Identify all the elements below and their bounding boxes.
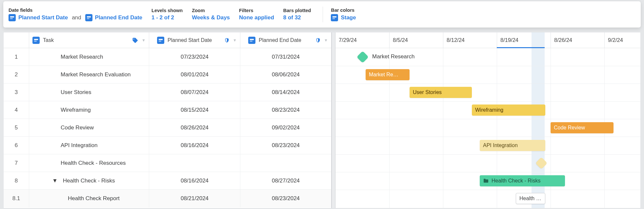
pane-splitter[interactable] (332, 32, 335, 208)
start-date[interactable]: 08/16/2024 (149, 137, 240, 154)
gantt-panel: Task ▼ Planned Start Date ▼ (3, 32, 641, 208)
table-row[interactable]: 6 API Integration 08/16/2024 08/23/2024 (4, 137, 331, 154)
table-row[interactable]: 8.1 Health Check Report 08/21/2024 08/23… (4, 190, 331, 207)
gantt-bar-label: Market Research (372, 53, 414, 60)
toolbar-bars-plotted[interactable]: Bars plotted 8 of 32 (283, 5, 320, 24)
end-date[interactable]: 08/14/2024 (240, 84, 331, 101)
gantt-timeline: 7/29/24 8/5/24 8/12/24 8/19/24 8/26/24 9… (335, 32, 640, 208)
toolbar-bar-colors[interactable]: Bar colors Stage (331, 5, 365, 24)
toolbar-zoom[interactable]: Zoom Weeks & Days (192, 5, 239, 24)
task-name[interactable]: User Stories (32, 89, 91, 96)
toolbar-label: Zoom (192, 8, 230, 13)
chevron-down-icon[interactable]: ▼ (233, 38, 237, 43)
toolbar-label: Filters (239, 8, 274, 13)
svg-rect-11 (250, 40, 252, 42)
timeline-body[interactable]: Market Research Market Re… User Stories … (335, 48, 640, 208)
task-column-header[interactable]: Task ▼ (29, 32, 149, 48)
toolbar-label: Levels shown (151, 8, 183, 13)
row-number: 4 (4, 101, 29, 119)
timeline-header: 7/29/24 8/5/24 8/12/24 8/19/24 8/26/24 9… (335, 32, 640, 48)
gantt-bar[interactable]: Wireframing (472, 104, 545, 116)
gantt-bar-label: Health … (519, 196, 541, 201)
timeline-tick[interactable]: 9/2/24 (604, 32, 640, 48)
table-row[interactable]: 3 User Stories 08/07/2024 08/14/2024 (4, 84, 331, 101)
end-date[interactable]: 08/23/2024 (240, 101, 331, 119)
gantt-bar-label: Market Re… (369, 72, 398, 78)
date-field-icon (9, 14, 16, 21)
date-field-end[interactable]: Planned End Date (95, 14, 143, 21)
timeline-tick[interactable]: 7/29/24 (335, 32, 389, 48)
task-name[interactable]: Health Check - Resources (32, 160, 126, 166)
svg-rect-8 (159, 39, 163, 40)
gantt-milestone[interactable] (357, 51, 369, 63)
table-row[interactable]: 5 Code Review 08/26/2024 09/02/2024 (4, 119, 331, 137)
end-date[interactable]: 08/27/2024 (240, 172, 331, 189)
folder-icon (483, 179, 489, 183)
task-name[interactable]: Wireframing (32, 107, 91, 113)
row-number: 1 (4, 48, 29, 66)
gantt-milestone[interactable] (535, 157, 548, 169)
start-date[interactable]: 08/15/2024 (149, 101, 240, 119)
table-body: 1 Market Research 07/23/2024 07/31/2024 … (4, 48, 331, 208)
start-date[interactable]: 07/23/2024 (149, 48, 240, 66)
and-text: and (72, 14, 81, 21)
task-name[interactable]: Market Research (32, 54, 103, 60)
gantt-bar[interactable]: Code Review (551, 122, 614, 133)
expand-toggle-icon[interactable]: ▼ (52, 178, 58, 184)
start-date[interactable] (149, 154, 240, 172)
task-table: Task ▼ Planned Start Date ▼ (4, 32, 332, 208)
start-date[interactable]: 08/07/2024 (149, 84, 240, 101)
gantt-bar[interactable]: Health … (516, 193, 545, 204)
gantt-bar[interactable]: API Integration (480, 140, 545, 151)
row-number: 2 (4, 66, 29, 83)
gantt-bar[interactable]: Market Re… (366, 69, 410, 80)
shield-icon[interactable] (315, 37, 321, 43)
end-date[interactable]: 08/06/2024 (240, 66, 331, 83)
task-name[interactable]: Market Research Evaluation (32, 71, 131, 78)
table-row[interactable]: 1 Market Research 07/23/2024 07/31/2024 (4, 48, 331, 66)
end-date[interactable] (240, 154, 331, 172)
column-label: Task (43, 37, 54, 43)
task-name[interactable]: Code Review (32, 124, 94, 131)
row-number: 7 (4, 154, 29, 172)
timeline-tick[interactable]: 8/12/24 (443, 32, 497, 48)
gantt-group-bar[interactable]: Health Check - Risks (480, 175, 565, 186)
row-number: 6 (4, 137, 29, 154)
task-name[interactable]: Health Check - Risks (63, 178, 115, 184)
svg-rect-3 (87, 18, 89, 19)
table-row[interactable]: 2 Market Research Evaluation 08/01/2024 … (4, 66, 331, 84)
gantt-bar[interactable]: User Stories (410, 87, 472, 98)
end-date[interactable]: 08/23/2024 (240, 190, 331, 207)
tag-icon[interactable] (132, 37, 138, 44)
svg-rect-0 (10, 16, 14, 18)
toolbar-date-fields[interactable]: Date fields Planned Start Date and Plann… (9, 5, 151, 24)
end-date[interactable]: 09/02/2024 (240, 119, 331, 136)
row-number: 3 (4, 84, 29, 101)
table-row[interactable]: 8 ▼ Health Check - Risks 08/16/2024 08/2… (4, 172, 331, 190)
colors-value: Stage (341, 14, 356, 21)
shield-icon[interactable] (224, 37, 230, 43)
svg-rect-9 (159, 40, 161, 42)
start-date[interactable]: 08/21/2024 (149, 190, 240, 207)
timeline-tick[interactable]: 8/19/24 (497, 32, 551, 48)
start-date[interactable]: 08/26/2024 (149, 119, 240, 136)
end-column-header[interactable]: Planned End Date ▼ (240, 32, 331, 48)
timeline-tick[interactable]: 8/26/24 (551, 32, 604, 48)
date-field-start[interactable]: Planned Start Date (18, 14, 68, 21)
table-row[interactable]: 7 Health Check - Resources (4, 154, 331, 172)
task-name[interactable]: API Integration (32, 142, 97, 149)
filters-value: None applied (239, 14, 274, 21)
start-column-header[interactable]: Planned Start Date ▼ (149, 32, 240, 48)
table-row[interactable]: 4 Wireframing 08/15/2024 08/23/2024 (4, 101, 331, 119)
end-date[interactable]: 08/23/2024 (240, 137, 331, 154)
task-name[interactable]: Health Check Report (32, 195, 120, 202)
timeline-tick[interactable]: 8/5/24 (389, 32, 443, 48)
toolbar-filters[interactable]: Filters None applied (239, 5, 283, 24)
gantt-bar-label: Wireframing (475, 107, 503, 113)
chevron-down-icon[interactable]: ▼ (142, 38, 146, 43)
start-date[interactable]: 08/16/2024 (149, 172, 240, 189)
end-date[interactable]: 07/31/2024 (240, 48, 331, 66)
start-date[interactable]: 08/01/2024 (149, 66, 240, 83)
chevron-down-icon[interactable]: ▼ (324, 38, 328, 43)
toolbar-levels[interactable]: Levels shown 1 - 2 of 2 (151, 5, 192, 24)
